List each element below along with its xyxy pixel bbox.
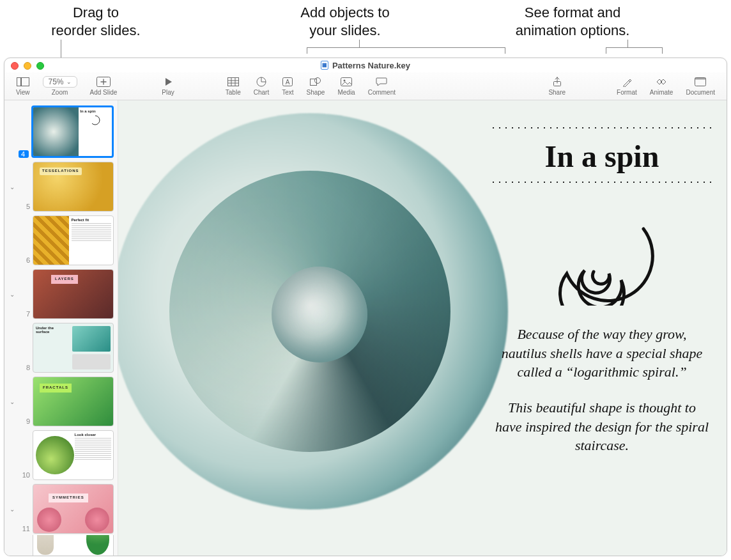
chevron-down-icon[interactable]: ⌄ [8,183,16,191]
keynote-window: ▦ Patterns Nature.key View 75% ⌄ Zoom [4,58,727,556]
fullscreen-icon[interactable] [36,62,44,70]
view-button[interactable]: View [10,74,36,99]
text-button[interactable]: A Text [275,74,300,99]
svg-rect-3 [227,78,238,86]
svg-rect-7 [310,79,316,86]
table-button[interactable]: Table [219,74,247,99]
animate-button[interactable]: Animate [643,74,680,99]
shape-button[interactable]: Shape [300,74,332,99]
animate-icon [655,76,668,88]
slide-thumbnail[interactable]: SYMMETRIES [33,484,114,534]
slide-number: 6 [19,256,30,265]
slide-thumb-5[interactable]: ⌄ 5 TESSELATIONS [4,159,118,213]
media-icon [341,76,352,88]
format-icon [622,76,631,88]
slide-thumbnail[interactable]: Mirror, mirror [33,535,114,556]
slide-thumb-12[interactable]: Mirror, mirror [4,535,118,556]
table-icon [227,76,239,88]
close-icon[interactable] [11,62,19,70]
slide-thumbnail[interactable]: TESSELATIONS [33,162,114,212]
slide-thumb-6[interactable]: 6 Perfect fit [4,213,118,267]
comment-button[interactable]: Comment [362,74,402,99]
svg-text:A: A [286,79,290,86]
slide-number: 9 [19,417,30,426]
document-panel-icon [695,76,706,88]
document-button[interactable]: Document [679,74,721,99]
titlebar[interactable]: ▦ Patterns Nature.key [4,58,727,72]
svg-rect-0 [17,78,20,86]
zoom-button[interactable]: 75% ⌄ Zoom [36,74,84,99]
view-icon [17,76,29,88]
dotted-rule [490,126,714,130]
slide-thumbnail[interactable]: Perfect fit [33,215,114,265]
slide-number: 11 [19,525,30,534]
slide-text-column: In a spin Because of the way they grow, … [490,126,714,472]
insert-group: Table Chart A Text Shape [219,74,402,99]
chevron-down-icon[interactable]: ⌄ [8,398,16,405]
slide-thumbnail[interactable]: LAYERS [33,269,114,319]
toolbar: View 75% ⌄ Zoom Add Slide Play [4,72,727,100]
share-button[interactable]: Share [542,74,572,99]
inspector-group: Format Animate Document [610,74,721,99]
slide-number: 5 [19,203,30,212]
svg-rect-13 [695,78,706,80]
callout-add-objects: Add objects to your slides. [281,4,409,39]
slide-thumbnail[interactable]: Look closer [33,430,114,480]
slide-canvas[interactable]: In a spin Because of the way they grow, … [118,100,727,556]
slide-body-2[interactable]: This beautiful shape is thought to have … [494,398,710,455]
svg-point-8 [314,78,320,84]
chevron-down-icon: ⌄ [66,79,72,85]
zoom-value: 75% ⌄ [43,76,77,88]
svg-point-10 [344,80,346,82]
chevron-down-icon[interactable]: ⌄ [8,506,16,513]
callout-format: See format and animation options. [483,4,662,39]
media-button[interactable]: Media [331,74,361,99]
chevron-down-icon[interactable]: ⌄ [8,291,16,298]
slide-thumb-7[interactable]: ⌄ 7 LAYERS [4,267,118,320]
share-icon [553,76,562,88]
svg-rect-1 [21,78,29,86]
chart-icon [256,76,266,88]
plus-icon [96,76,111,88]
nautilus-image [118,100,540,556]
callout-reorder: Drag to reorder slides. [38,4,153,39]
slide-number: 8 [19,364,30,373]
chart-button[interactable]: Chart [247,74,275,99]
slide-title[interactable]: In a spin [490,139,714,174]
document-title-text: Patterns Nature.key [332,61,410,70]
slide-body-1[interactable]: Because of the way they grow, nautilus s… [494,325,710,382]
slide-thumb-11[interactable]: ⌄ 11 SYMMETRIES [4,481,118,535]
play-icon [164,76,173,88]
slide-thumbnail[interactable]: Under the surface [33,323,114,373]
comment-icon [376,76,387,88]
text-icon: A [282,76,293,88]
dotted-rule [490,180,714,184]
slide-thumbnail[interactable]: In a spin [31,105,114,158]
slide-thumbnail[interactable]: FRACTALS [33,377,114,426]
slide-number: 7 [19,310,30,319]
window-controls [11,62,44,70]
shape-icon [310,76,321,88]
document-icon: ▦ [321,61,328,70]
minimize-icon[interactable] [24,62,31,70]
play-button[interactable]: Play [155,74,180,99]
spiral-icon [548,210,656,306]
add-slide-button[interactable]: Add Slide [84,74,124,99]
slide-number: 4 [19,150,29,158]
slide-navigator[interactable]: 4 In a spin ⌄ 5 TESSELATIONS [4,100,118,556]
slide-thumb-8[interactable]: 8 Under the surface [4,320,118,374]
slide-thumb-9[interactable]: ⌄ 9 FRACTALS [4,374,118,428]
slide-thumb-10[interactable]: 10 Look closer [4,428,118,481]
slide-thumb-4[interactable]: 4 In a spin [4,103,118,159]
format-button[interactable]: Format [610,74,643,99]
document-title: ▦ Patterns Nature.key [321,61,410,70]
slide-number: 10 [19,471,30,480]
